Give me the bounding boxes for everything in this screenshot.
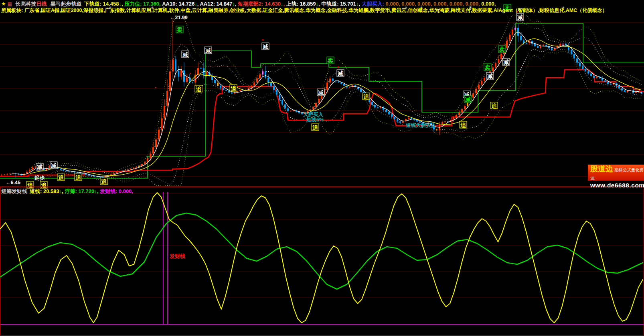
signal-label-1: 减 xyxy=(51,162,57,169)
indicator-name[interactable]: 黑马起步轨道 xyxy=(51,1,82,7)
facai-line xyxy=(0,192,644,324)
tdx-window: 减减卖减减减减卖减减减卖减卖减卖减追追追追追追追追追追追←21.99←6.45起… xyxy=(0,0,644,336)
stock-name[interactable]: 长亮科技 xyxy=(15,1,36,7)
main-sep-4: , xyxy=(284,1,286,7)
signal-label-26: 追 xyxy=(460,122,466,128)
signal-label-12: 减 xyxy=(487,73,493,79)
main-field-9: 0.000, xyxy=(481,1,496,7)
grid-icon[interactable]: ▦ xyxy=(7,1,12,7)
sub-sep-1: , xyxy=(97,188,100,194)
signal-labels: 减减卖减减减减卖减减减卖减卖减卖减追追追追追追追追追追追 xyxy=(26,4,524,188)
signal-label-6: 减 xyxy=(318,89,324,96)
annotation-3: 大胆买入 xyxy=(303,112,324,117)
signal-label-20: 追 xyxy=(75,174,81,181)
signal-label-25: 追 xyxy=(363,93,369,100)
boards-list[interactable]: 广东省,国证A指,国证2000,深报综指,广东指数,计算机应用,计算机,软件,中… xyxy=(24,8,608,13)
sub-indicator-header: 短筹发财线短线: 20.583↓, 浮筹: 17.720↓, 发财线: 0.00… xyxy=(1,188,482,195)
sub-indicator-values: 短线: 20.583↓, 浮筹: 17.720↓, 发财线: 0.000, xyxy=(30,188,133,194)
sub-field-2: 发财线: 0.000, xyxy=(100,188,133,194)
oscillator-浮筹 xyxy=(0,213,643,289)
oscillator-短线 xyxy=(0,193,643,323)
main-sep-3: , xyxy=(235,1,238,7)
favorite-star-icon[interactable]: ★ xyxy=(1,1,6,7)
annotation-0: ←21.99 xyxy=(170,15,188,20)
main-field-5: 上轨: 16.859 xyxy=(286,1,316,7)
signal-label-11: 卖 xyxy=(484,64,490,70)
watermark-badge[interactable]: 股道边指标公式量化资源 www.de6688.com xyxy=(588,165,644,181)
main-field-4: 短期底部2: 14.630 xyxy=(238,1,281,7)
annotation-5: 短线大胆买入 xyxy=(405,123,436,128)
sub-field-1: 浮筹: 17.720 xyxy=(65,188,94,194)
indicator-values: 下轨道: 14.458↓, 压力位: 17.360, AA10: 14.726↓… xyxy=(84,1,496,7)
price-gridlines xyxy=(0,22,644,177)
signal-label-8: 减 xyxy=(338,70,344,76)
watermark-row: 股道边指标公式量化资源 xyxy=(590,165,644,182)
annotation-4: 短线5% xyxy=(306,117,324,123)
moving-averages xyxy=(10,32,642,177)
chart-area[interactable]: 减减卖减减减减卖减减减卖减卖减卖减追追追追追追追追追追追←21.99←6.45起… xyxy=(0,0,644,336)
signal-label-27: 追 xyxy=(491,103,497,109)
signal-label-10: 减 xyxy=(465,96,471,103)
main-field-6: 中轨道: 15.701 xyxy=(321,1,356,7)
period-label[interactable]: 日线 xyxy=(36,1,47,7)
sub-indicator-name[interactable]: 短筹发财线 xyxy=(1,188,27,194)
main-field-2: AA10: 14.726 xyxy=(162,1,194,7)
price-annotations: ←21.99←6.45起步大胆买入短线5%短线大胆买入+++++✳+ xyxy=(6,5,565,185)
signal-label-24: 追 xyxy=(312,124,318,131)
sub-field-0: 短线: 20.583 xyxy=(30,188,59,194)
main-indicator-header: ★ ▦ 长亮科技日线 黑马起步轨道下轨道: 14.458↓, 压力位: 17.3… xyxy=(1,0,643,8)
board-info-line: 所属板块: 广东省,国证A指,国证2000,深报综指,广东指数,计算机应用,计算… xyxy=(1,7,644,14)
volatility-bands xyxy=(30,15,642,185)
annotation-1: ←6.45 xyxy=(6,180,20,185)
signal-label-3: 减 xyxy=(182,51,188,58)
boards-label: 所属板块: xyxy=(1,8,23,13)
signal-label-2: 卖 xyxy=(176,26,182,33)
signal-label-0: 减 xyxy=(37,164,43,170)
main-field-7: 大胆买入: xyxy=(362,1,384,7)
signal-label-22: 追 xyxy=(196,86,202,92)
main-field-1: 压力位: 17.360 xyxy=(124,1,159,7)
signal-label-5: 减 xyxy=(263,43,269,50)
main-field-3: AA12: 14.847 xyxy=(200,1,232,7)
series-浮筹 xyxy=(0,213,643,289)
facai-label: 发财线 xyxy=(169,253,185,259)
signal-label-14: 减 xyxy=(503,59,509,65)
sub-labels: 发财线 xyxy=(169,253,185,259)
annotation-2: 起步 xyxy=(34,175,45,181)
signal-label-21: 追 xyxy=(101,178,107,185)
main-field-8: 0.000, 0.000, 0.000, 0.000, 0.000, 0.000… xyxy=(386,1,480,7)
watermark-url[interactable]: www.de6688.com xyxy=(590,182,644,189)
signal-label-16: 减 xyxy=(517,14,523,20)
watermark-brand: 股道边 xyxy=(590,165,613,173)
signal-label-23: 追 xyxy=(231,85,237,91)
signal-label-19: 追 xyxy=(58,174,64,181)
signal-label-13: 卖 xyxy=(499,46,505,52)
main-sep-6: , xyxy=(358,1,361,7)
red-stop-line xyxy=(0,70,644,176)
signal-label-7: 卖 xyxy=(327,57,333,64)
main-field-0: 下轨道: 14.458 xyxy=(84,1,119,7)
series-短线 xyxy=(0,193,643,323)
signal-label-4: 减 xyxy=(205,47,211,54)
